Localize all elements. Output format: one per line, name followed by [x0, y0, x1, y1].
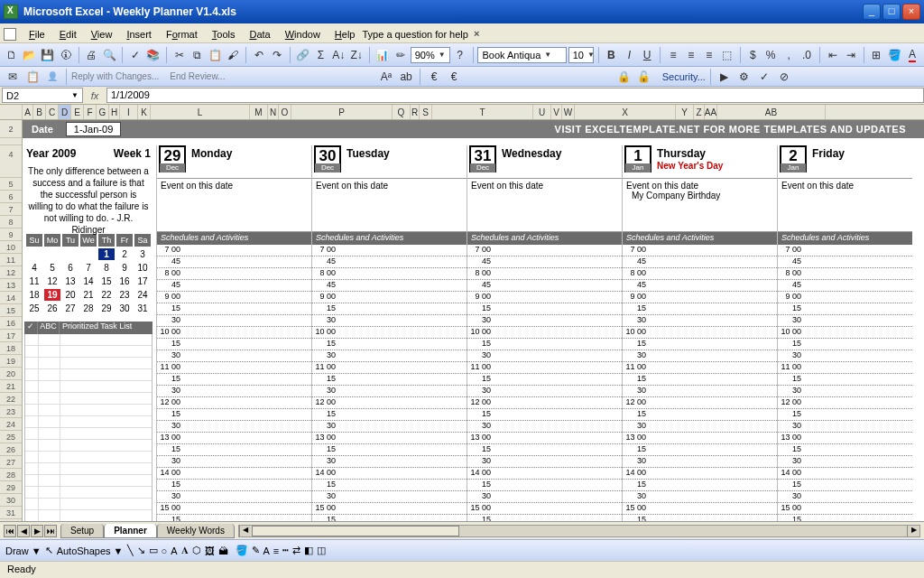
- date-cell[interactable]: 1-Jan-09: [66, 122, 121, 136]
- autosum-icon[interactable]: Σ: [313, 46, 329, 64]
- euro2-icon[interactable]: €: [445, 68, 463, 86]
- event-box[interactable]: Event on this date: [312, 178, 467, 232]
- hyperlink-icon[interactable]: 🔗: [295, 46, 311, 64]
- tab-weekly-words[interactable]: Weekly Words: [157, 524, 235, 538]
- dash-icon[interactable]: ┅: [282, 545, 289, 556]
- tab-setup[interactable]: Setup: [60, 524, 104, 538]
- dec-inc-icon[interactable]: .0: [799, 46, 815, 64]
- close-button[interactable]: ×: [902, 4, 920, 20]
- schedule-rows[interactable]: 7 00458 00459 00153010 00153011 00153012…: [778, 245, 912, 521]
- permission-icon[interactable]: 🛈: [58, 46, 74, 64]
- fx-icon[interactable]: fx: [87, 90, 103, 101]
- font-color-icon[interactable]: A: [904, 46, 920, 64]
- worksheet-grid[interactable]: 2 4 5678910 11121314151617 1819202122232…: [0, 120, 924, 521]
- paste-icon[interactable]: 📋: [207, 46, 223, 64]
- help-search-input[interactable]: Type a question for help: [362, 29, 467, 40]
- rect-icon[interactable]: ▭: [149, 545, 158, 556]
- preview-icon[interactable]: 🔍: [101, 46, 117, 64]
- zoom-select[interactable]: 90%▼: [411, 47, 450, 63]
- arrow-icon[interactable]: ↘: [137, 545, 145, 556]
- shadow-icon[interactable]: ◧: [304, 545, 313, 556]
- save-icon[interactable]: 💾: [40, 46, 56, 64]
- line-icon[interactable]: ╲: [127, 545, 134, 556]
- protect2-icon[interactable]: 🔓: [635, 68, 653, 86]
- event-box[interactable]: Event on this date: [467, 178, 622, 232]
- doc-close-button[interactable]: ×: [474, 28, 486, 41]
- task-icon[interactable]: 📋: [23, 68, 42, 86]
- spell-icon[interactable]: ✓: [127, 46, 143, 64]
- underline-button[interactable]: U: [639, 46, 655, 64]
- menu-window[interactable]: Window: [278, 27, 328, 42]
- font-select[interactable]: Book Antiqua▼: [477, 47, 566, 63]
- currency-icon[interactable]: $: [744, 46, 761, 64]
- fill-icon[interactable]: 🪣: [236, 545, 248, 556]
- textbox-icon[interactable]: A: [171, 545, 177, 556]
- schedule-rows[interactable]: 7 00458 00459 00153010 00153011 00153012…: [467, 245, 622, 521]
- char-a-icon[interactable]: Aª: [377, 68, 395, 86]
- redo-icon[interactable]: ↷: [269, 46, 285, 64]
- borders-icon[interactable]: ⊞: [868, 46, 884, 64]
- macro4-icon[interactable]: ⊘: [775, 68, 793, 86]
- 3d-icon[interactable]: ◫: [317, 545, 326, 556]
- chart-icon[interactable]: 📊: [374, 46, 391, 64]
- wordart-icon[interactable]: 𝐀: [181, 545, 189, 556]
- merge-icon[interactable]: ⬚: [719, 46, 735, 64]
- macro-icon[interactable]: ▶: [716, 68, 734, 86]
- research-icon[interactable]: 📚: [145, 46, 162, 64]
- fill-color-icon[interactable]: 🪣: [886, 46, 902, 64]
- schedule-rows[interactable]: 7 00458 00459 00153010 00153011 00153012…: [157, 245, 311, 521]
- percent-icon[interactable]: %: [762, 46, 779, 64]
- tab-next-icon[interactable]: ▶: [31, 525, 43, 537]
- euro-icon[interactable]: €: [425, 68, 443, 86]
- schedule-rows[interactable]: 7 00458 00459 00153010 00153011 00153012…: [312, 245, 467, 521]
- align-left-icon[interactable]: ≡: [665, 46, 681, 64]
- event-box[interactable]: Event on this date: [778, 178, 912, 232]
- tab-last-icon[interactable]: ⏭: [44, 525, 57, 537]
- indent-dec-icon[interactable]: ⇤: [825, 46, 841, 64]
- new-icon[interactable]: 🗋: [4, 46, 20, 64]
- draw-menu[interactable]: Draw ▼: [5, 545, 42, 556]
- event-box[interactable]: Event on this date: [157, 178, 311, 232]
- minimize-button[interactable]: _: [863, 4, 881, 20]
- autoshapes-menu[interactable]: AutoShapes ▼: [57, 545, 124, 556]
- oval-icon[interactable]: ○: [162, 545, 168, 556]
- security-button[interactable]: Security...: [662, 71, 706, 82]
- cut-icon[interactable]: ✂: [171, 46, 188, 64]
- clipart-icon[interactable]: 🖼: [205, 545, 215, 556]
- name-box[interactable]: D2▼: [2, 88, 83, 103]
- font-color2-icon[interactable]: A: [263, 545, 270, 556]
- menu-data[interactable]: Data: [242, 27, 277, 42]
- align-right-icon[interactable]: ≡: [701, 46, 717, 64]
- picture-icon[interactable]: 🏔: [218, 545, 228, 556]
- macro2-icon[interactable]: ⚙: [735, 68, 753, 86]
- tab-first-icon[interactable]: ⏮: [4, 525, 16, 537]
- print-icon[interactable]: 🖨: [83, 46, 99, 64]
- menu-format[interactable]: Format: [159, 27, 205, 42]
- size-select[interactable]: 10▼: [568, 47, 594, 63]
- comma-icon[interactable]: ,: [781, 46, 797, 64]
- sort-desc-icon[interactable]: Z↓: [348, 46, 365, 64]
- maximize-button[interactable]: □: [882, 4, 901, 20]
- column-headers[interactable]: ABC DEF GHI KLM NOP QRS TUV WXY ZAAAB: [0, 105, 924, 120]
- menu-file[interactable]: File: [22, 27, 52, 42]
- mini-calendar[interactable]: SuMoTuWeThFrSa 1234567891011121314151617…: [24, 232, 152, 316]
- undo-icon[interactable]: ↶: [251, 46, 267, 64]
- tab-prev-icon[interactable]: ◀: [17, 525, 30, 537]
- open-icon[interactable]: 📂: [22, 46, 38, 64]
- mail-icon[interactable]: ✉: [4, 68, 22, 86]
- event-box[interactable]: Event on this dateMy Company Birthday: [623, 178, 777, 232]
- line-style-icon[interactable]: ≡: [273, 545, 279, 556]
- copy-icon[interactable]: ⧉: [189, 46, 206, 64]
- tab-planner[interactable]: Planner: [104, 524, 157, 538]
- arrow-style-icon[interactable]: ⇄: [292, 545, 300, 556]
- row-headers[interactable]: 2 4 5678910 11121314151617 1819202122232…: [0, 120, 23, 521]
- align-center-icon[interactable]: ≡: [683, 46, 699, 64]
- italic-button[interactable]: I: [621, 46, 637, 64]
- indent-inc-icon[interactable]: ⇥: [843, 46, 859, 64]
- macro3-icon[interactable]: ✓: [755, 68, 773, 86]
- schedule-rows[interactable]: 7 00458 00459 00153010 00153011 00153012…: [623, 245, 777, 521]
- diagram-icon[interactable]: ⬡: [192, 545, 201, 556]
- help-icon[interactable]: ?: [452, 46, 468, 64]
- sort-asc-icon[interactable]: A↓: [330, 46, 346, 64]
- menu-tools[interactable]: Tools: [205, 27, 243, 42]
